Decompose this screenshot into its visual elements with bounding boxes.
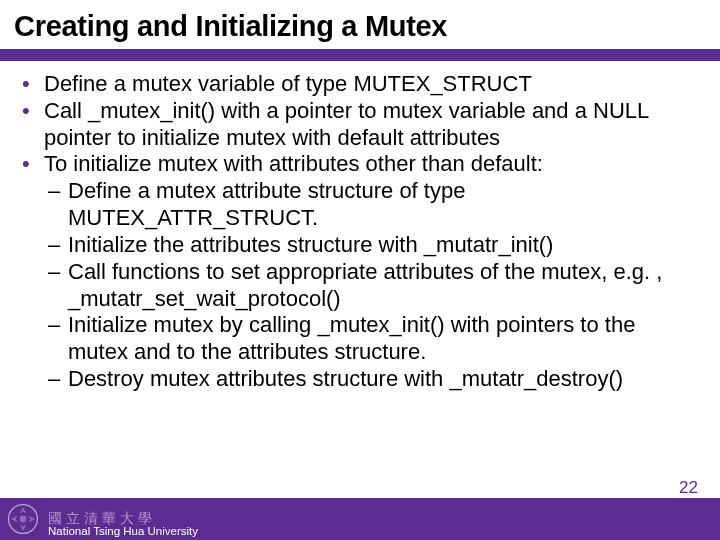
dash-icon: – — [48, 312, 68, 366]
sub-bullet-text: Call functions to set appropriate attrib… — [68, 259, 698, 313]
bullet-item: • To initialize mutex with attributes ot… — [22, 151, 698, 178]
dash-icon: – — [48, 178, 68, 232]
sub-bullet-item: – Destroy mutex attributes structure wit… — [48, 366, 698, 393]
dash-icon: – — [48, 232, 68, 259]
slide-content: • Define a mutex variable of type MUTEX_… — [0, 61, 720, 393]
slide-title: Creating and Initializing a Mutex — [14, 10, 706, 43]
sub-bullet-text: Destroy mutex attributes structure with … — [68, 366, 623, 393]
title-block: Creating and Initializing a Mutex — [0, 0, 720, 49]
sub-bullet-item: – Initialize mutex by calling _mutex_ini… — [48, 312, 698, 366]
title-underline — [0, 49, 720, 61]
bullet-dot-icon: • — [22, 71, 44, 98]
sub-bullet-item: – Initialize the attributes structure wi… — [48, 232, 698, 259]
bullet-dot-icon: • — [22, 151, 44, 178]
university-name-en: National Tsing Hua University — [48, 525, 198, 537]
footer-bar: 國立清華大學 National Tsing Hua University — [0, 498, 720, 540]
page-number: 22 — [679, 478, 698, 498]
sub-bullet-item: – Define a mutex attribute structure of … — [48, 178, 698, 232]
sub-bullet-text: Initialize mutex by calling _mutex_init(… — [68, 312, 698, 366]
sub-bullet-item: – Call functions to set appropriate attr… — [48, 259, 698, 313]
dash-icon: – — [48, 366, 68, 393]
bullet-item: • Define a mutex variable of type MUTEX_… — [22, 71, 698, 98]
sub-bullet-text: Define a mutex attribute structure of ty… — [68, 178, 698, 232]
bullet-text: Define a mutex variable of type MUTEX_ST… — [44, 71, 532, 98]
bullet-text: Call _mutex_init() with a pointer to mut… — [44, 98, 698, 152]
svg-point-1 — [20, 516, 27, 523]
bullet-item: • Call _mutex_init() with a pointer to m… — [22, 98, 698, 152]
sub-bullet-text: Initialize the attributes structure with… — [68, 232, 553, 259]
dash-icon: – — [48, 259, 68, 313]
bullet-text: To initialize mutex with attributes othe… — [44, 151, 543, 178]
university-emblem-icon — [6, 502, 40, 536]
bullet-dot-icon: • — [22, 98, 44, 152]
